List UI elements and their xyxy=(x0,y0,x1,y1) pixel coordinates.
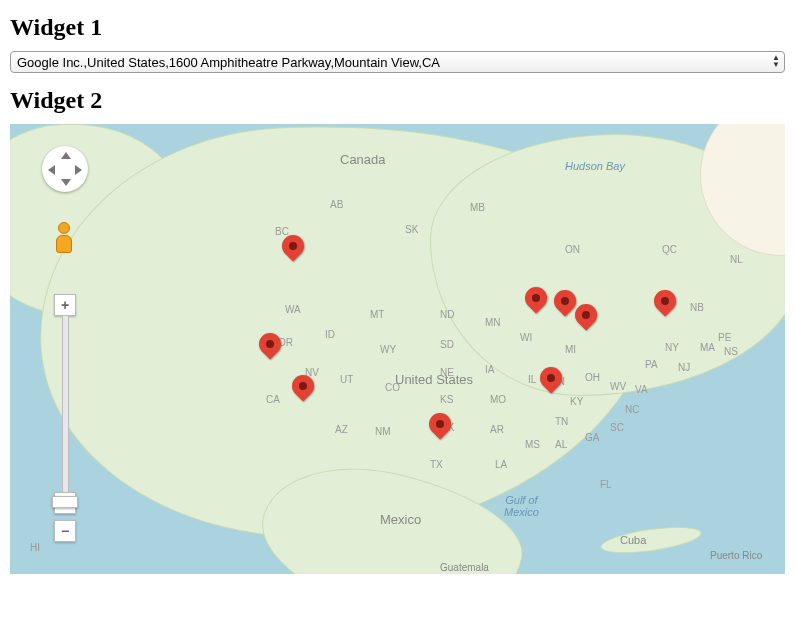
zoom-control: + − − xyxy=(55,294,75,542)
region-code: IL xyxy=(528,374,536,385)
region-code: AZ xyxy=(335,424,348,435)
region-code: IA xyxy=(485,364,494,375)
region-code: FL xyxy=(600,479,612,490)
region-code: NE xyxy=(440,367,454,378)
region-code: ND xyxy=(440,309,454,320)
region-code: MN xyxy=(485,317,501,328)
region-code: UT xyxy=(340,374,353,385)
region-code: HI xyxy=(30,542,40,553)
widget2-title: Widget 2 xyxy=(10,87,785,114)
region-code: KY xyxy=(570,396,583,407)
zoom-reset-button[interactable]: − xyxy=(54,520,76,542)
region-code: CO xyxy=(385,382,400,393)
label-puerto-rico: Puerto Rico xyxy=(710,550,762,561)
label-guatemala: Guatemala xyxy=(440,562,489,573)
label-united-states: United States xyxy=(395,372,473,387)
region-code: GA xyxy=(585,432,599,443)
pan-up-icon[interactable] xyxy=(61,152,71,159)
widget1-title: Widget 1 xyxy=(10,14,785,41)
region-code: MI xyxy=(565,344,576,355)
region-code: ON xyxy=(565,244,580,255)
label-mexico: Mexico xyxy=(380,512,421,527)
label-canada: Canada xyxy=(340,152,386,167)
map-marker-northern-ca[interactable] xyxy=(259,333,281,367)
region-code: MB xyxy=(470,202,485,213)
pan-right-icon[interactable] xyxy=(75,165,82,175)
region-code: WI xyxy=(520,332,532,343)
region-code: MO xyxy=(490,394,506,405)
label-gulf-of-mexico: Gulf of Mexico xyxy=(504,494,539,518)
region-code: KS xyxy=(440,394,453,405)
marker-dot-icon xyxy=(661,297,669,305)
region-code: MS xyxy=(525,439,540,450)
region-code: NB xyxy=(690,302,704,313)
region-code: LA xyxy=(495,459,507,470)
region-code: NS xyxy=(724,346,738,357)
region-code: NJ xyxy=(678,362,690,373)
region-code: NL xyxy=(730,254,743,265)
zoom-in-button[interactable]: + xyxy=(54,294,76,316)
region-code: PA xyxy=(645,359,658,370)
region-code: NC xyxy=(625,404,639,415)
zoom-handle[interactable] xyxy=(52,496,78,508)
landmass xyxy=(599,522,703,558)
marker-dot-icon xyxy=(299,382,307,390)
marker-dot-icon xyxy=(561,297,569,305)
pan-control[interactable] xyxy=(42,146,88,192)
region-code: SK xyxy=(405,224,418,235)
region-code: TX xyxy=(430,459,443,470)
region-code: TN xyxy=(555,416,568,427)
region-code: WV xyxy=(610,381,626,392)
map-marker-austin[interactable] xyxy=(429,413,451,447)
pegman-icon[interactable] xyxy=(54,222,74,252)
region-code: NM xyxy=(375,426,391,437)
map-marker-pittsburgh[interactable] xyxy=(575,304,597,338)
label-hudson-bay: Hudson Bay xyxy=(565,160,625,172)
map-marker-seattle[interactable] xyxy=(282,235,304,269)
select-arrows-icon: ▲▼ xyxy=(772,54,780,68)
pan-down-icon[interactable] xyxy=(61,179,71,186)
location-select-value: Google Inc.,United States,1600 Amphithea… xyxy=(17,55,440,70)
region-code: SD xyxy=(440,339,454,350)
region-code: PE xyxy=(718,332,731,343)
marker-dot-icon xyxy=(436,420,444,428)
map-marker-atlanta[interactable] xyxy=(540,367,562,401)
label-cuba: Cuba xyxy=(620,534,646,546)
map-marker-new-york[interactable] xyxy=(654,290,676,324)
map-canvas[interactable]: Canada Hudson Bay United States Mexico G… xyxy=(10,124,785,574)
map-marker-los-angeles[interactable] xyxy=(292,375,314,409)
map-marker-madison[interactable] xyxy=(525,287,547,321)
marker-dot-icon xyxy=(266,340,274,348)
region-code: AL xyxy=(555,439,567,450)
marker-dot-icon xyxy=(289,242,297,250)
region-code: NY xyxy=(665,342,679,353)
pan-left-icon[interactable] xyxy=(48,165,55,175)
map-marker-ann-arbor[interactable] xyxy=(554,290,576,324)
region-code: OH xyxy=(585,372,600,383)
region-code: AB xyxy=(330,199,343,210)
location-select[interactable]: Google Inc.,United States,1600 Amphithea… xyxy=(10,51,785,73)
region-code: MT xyxy=(370,309,384,320)
region-code: SC xyxy=(610,422,624,433)
zoom-track[interactable] xyxy=(62,316,69,492)
region-code: WY xyxy=(380,344,396,355)
region-code: MA xyxy=(700,342,715,353)
region-code: VA xyxy=(635,384,648,395)
region-code: AR xyxy=(490,424,504,435)
marker-dot-icon xyxy=(532,294,540,302)
region-code: CA xyxy=(266,394,280,405)
region-code: ID xyxy=(325,329,335,340)
region-code: QC xyxy=(662,244,677,255)
marker-dot-icon xyxy=(547,374,555,382)
region-code: WA xyxy=(285,304,301,315)
marker-dot-icon xyxy=(582,311,590,319)
